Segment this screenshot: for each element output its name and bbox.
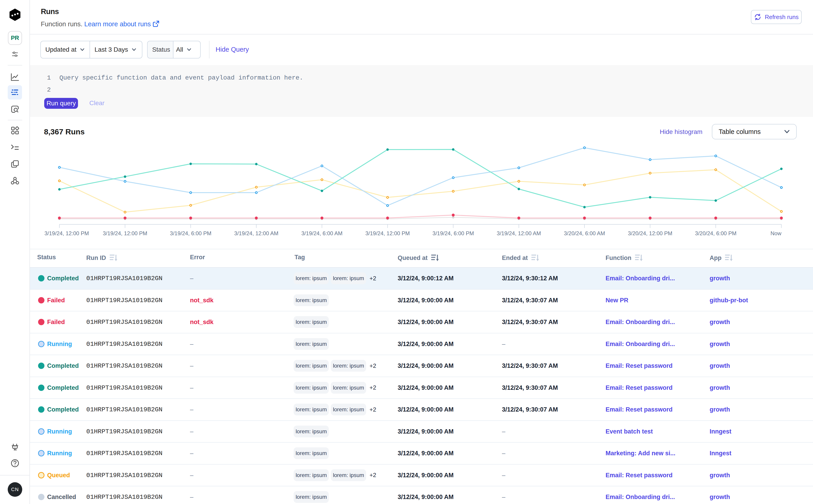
svg-text:Now: Now (770, 230, 781, 236)
svg-text:3/19/24, 12:00 AM: 3/19/24, 12:00 AM (497, 230, 541, 236)
svg-text:3/20/24, 6:00 AM: 3/20/24, 6:00 AM (564, 230, 605, 236)
svg-text:3/20/24, 12:00 PM: 3/20/24, 12:00 PM (628, 230, 672, 236)
svg-text:3/19/24, 12:00 AM: 3/19/24, 12:00 AM (234, 230, 278, 236)
svg-text:3/19/24, 12:00 PM: 3/19/24, 12:00 PM (365, 230, 410, 236)
svg-text:3/19/24, 12:00 PM: 3/19/24, 12:00 PM (44, 230, 89, 236)
svg-text:3/19/24, 12:00 PM: 3/19/24, 12:00 PM (103, 230, 147, 236)
svg-text:3/19/24, 6:00 PM: 3/19/24, 6:00 PM (170, 230, 211, 236)
svg-text:3/19/24, 6:00 PM: 3/19/24, 6:00 PM (433, 230, 474, 236)
svg-text:3/20/24, 6:00 PM: 3/20/24, 6:00 PM (695, 230, 737, 236)
svg-text:3/19/24, 6:00 AM: 3/19/24, 6:00 AM (301, 230, 342, 236)
